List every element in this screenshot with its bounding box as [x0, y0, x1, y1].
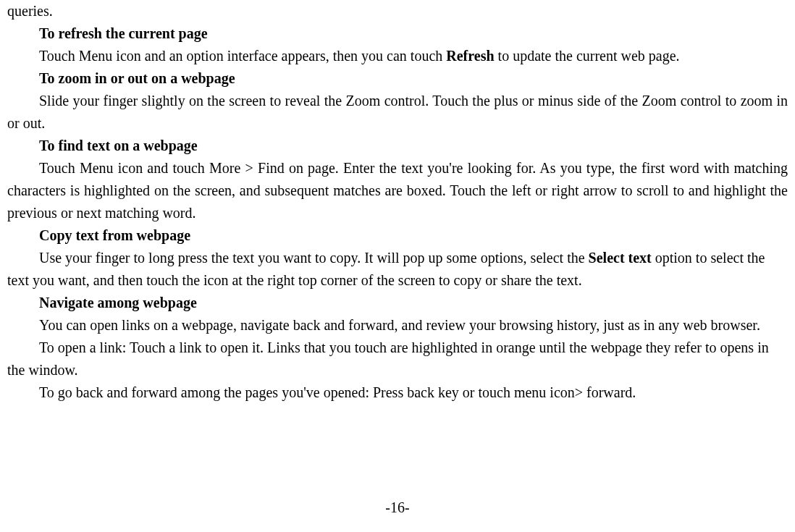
section-heading: Navigate among webpage: [7, 292, 788, 314]
section-heading: Copy text from webpage: [7, 224, 788, 247]
text-run: to update the current web page.: [495, 48, 680, 64]
body-text: Touch Menu icon and touch More > Find on…: [7, 157, 788, 224]
body-text: Use your finger to long press the text y…: [7, 247, 788, 292]
body-text: Slide your finger slightly on the screen…: [7, 90, 788, 135]
body-text: You can open links on a webpage, navigat…: [7, 314, 788, 337]
body-text: Touch Menu icon and an option interface …: [7, 45, 788, 67]
body-text: To go back and forward among the pages y…: [7, 381, 788, 404]
body-text: To open a link: Touch a link to open it.…: [7, 337, 788, 381]
section-heading: To find text on a webpage: [7, 135, 788, 157]
body-text: queries.: [7, 0, 788, 22]
text-run-bold: Select text: [589, 250, 652, 266]
document-page: queries. To refresh the current page Tou…: [0, 0, 795, 404]
text-run: Use your finger to long press the text y…: [39, 250, 589, 266]
text-run: Touch Menu icon and an option interface …: [39, 48, 446, 64]
text-run-bold: Refresh: [446, 48, 494, 64]
section-heading: To zoom in or out on a webpage: [7, 67, 788, 90]
section-heading: To refresh the current page: [7, 22, 788, 45]
page-number: -16-: [0, 497, 795, 519]
